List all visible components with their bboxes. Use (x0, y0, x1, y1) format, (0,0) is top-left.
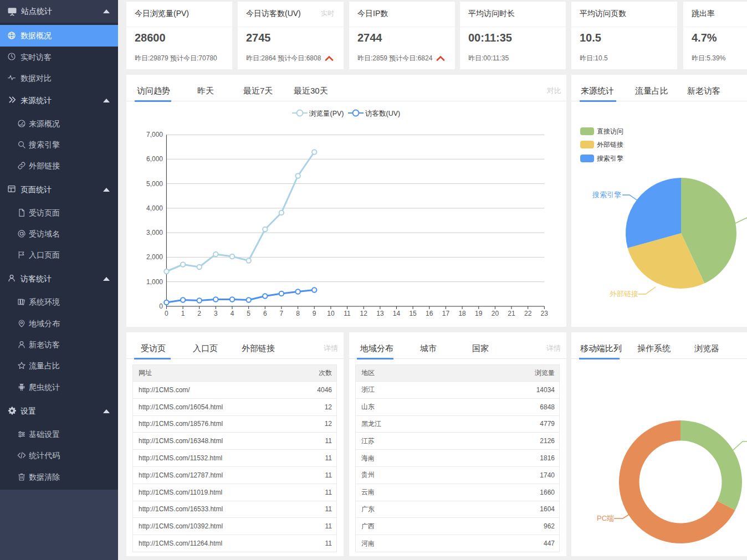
svg-text:12: 12 (360, 310, 368, 317)
svg-text:19: 19 (475, 310, 483, 317)
svg-text:3: 3 (214, 310, 218, 317)
svg-text:5: 5 (247, 310, 250, 317)
svg-text:0: 0 (165, 310, 168, 317)
svg-text:13: 13 (376, 310, 384, 317)
svg-text:20: 20 (492, 310, 499, 317)
svg-text:2: 2 (197, 310, 201, 317)
svg-text:15: 15 (409, 310, 417, 317)
svg-text:0: 0 (159, 302, 163, 310)
svg-text:16: 16 (426, 310, 433, 317)
svg-text:14: 14 (393, 310, 401, 317)
svg-text:6,000: 6,000 (146, 155, 163, 163)
svg-text:21: 21 (508, 310, 515, 317)
svg-text:访客数(UV): 访客数(UV) (365, 110, 400, 117)
svg-text:5,000: 5,000 (146, 180, 163, 188)
svg-text:4,000: 4,000 (146, 204, 163, 212)
svg-text:11: 11 (344, 310, 351, 317)
svg-text:22: 22 (524, 310, 532, 317)
svg-text:10: 10 (327, 310, 335, 317)
svg-text:23: 23 (541, 310, 549, 317)
svg-text:搜索引擎: 搜索引擎 (592, 191, 621, 199)
svg-text:18: 18 (458, 310, 466, 317)
svg-text:PC端: PC端 (597, 514, 614, 522)
svg-text:浏览量(PV): 浏览量(PV) (309, 110, 344, 117)
svg-text:9: 9 (313, 310, 316, 317)
svg-text:6: 6 (263, 310, 267, 317)
svg-text:4: 4 (231, 310, 234, 317)
svg-text:2,000: 2,000 (146, 253, 163, 261)
svg-text:外部链接: 外部链接 (609, 290, 638, 298)
svg-text:7: 7 (280, 310, 284, 317)
svg-text:7,000: 7,000 (146, 131, 163, 138)
svg-text:1: 1 (181, 310, 185, 317)
svg-text:3,000: 3,000 (146, 229, 163, 237)
svg-text:17: 17 (442, 310, 450, 317)
svg-text:1,000: 1,000 (146, 278, 163, 286)
svg-text:8: 8 (296, 310, 300, 317)
